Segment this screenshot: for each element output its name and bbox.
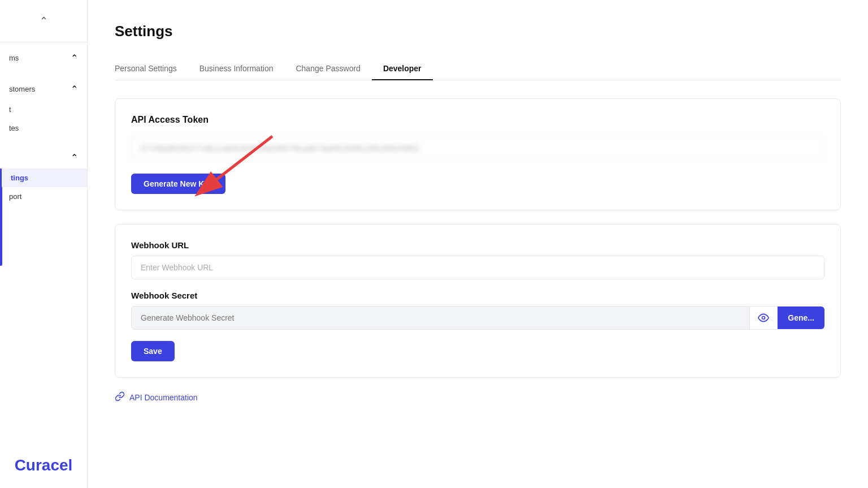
chain-link-icon xyxy=(115,391,125,401)
link-icon xyxy=(115,391,125,404)
sidebar-section-ms: ms ⌃ xyxy=(0,42,87,74)
tab-change-password[interactable]: Change Password xyxy=(284,58,371,80)
eye-icon xyxy=(758,312,769,323)
chevron-icon-settings: ⌃ xyxy=(71,152,78,163)
sidebar-section-settings: ⌃ tings port xyxy=(0,142,87,210)
sidebar-item-t[interactable]: t xyxy=(0,100,87,119)
sidebar-group-label-stomers: stomers xyxy=(9,85,35,93)
webhook-secret-input[interactable] xyxy=(131,306,750,330)
sidebar-brand: Curacel xyxy=(0,456,87,474)
svg-point-2 xyxy=(762,317,765,319)
api-token-input[interactable] xyxy=(131,136,824,160)
tab-business-information[interactable]: Business Information xyxy=(188,58,285,80)
api-token-title: API Access Token xyxy=(131,115,824,125)
api-token-card: API Access Token Generate New Key xyxy=(115,98,841,210)
tab-developer[interactable]: Developer xyxy=(372,58,433,80)
sidebar: ⌃ ms ⌃ stomers ⌃ t tes ⌃ tings port xyxy=(0,0,88,488)
api-docs-label: API Documentation xyxy=(129,393,198,402)
sidebar-item-label-port: port xyxy=(9,192,21,201)
chevron-icon-stomers: ⌃ xyxy=(71,84,78,94)
collapse-icon[interactable]: ⌃ xyxy=(40,15,48,27)
webhook-url-input[interactable] xyxy=(131,256,824,279)
sidebar-item-label-tes: tes xyxy=(9,124,19,132)
sidebar-active-bar xyxy=(0,187,2,266)
sidebar-group-stomers[interactable]: stomers ⌃ xyxy=(0,78,87,100)
generate-webhook-secret-button[interactable]: Gene... xyxy=(778,306,824,329)
sidebar-group-ms[interactable]: ms ⌃ xyxy=(0,47,87,69)
save-button[interactable]: Save xyxy=(131,341,175,361)
settings-tabs: Personal Settings Business Information C… xyxy=(115,58,841,80)
webhook-card: Webhook URL Webhook Secret Gene... Save xyxy=(115,224,841,378)
sidebar-section-stomers: stomers ⌃ t tes xyxy=(0,74,87,142)
sidebar-item-tes[interactable]: tes xyxy=(0,119,87,137)
sidebar-item-label-settings: tings xyxy=(11,174,28,182)
toggle-secret-visibility-button[interactable] xyxy=(750,306,778,330)
main-content: Settings Personal Settings Business Info… xyxy=(88,0,868,488)
api-documentation-link[interactable]: API Documentation xyxy=(115,391,841,404)
webhook-secret-label: Webhook Secret xyxy=(131,291,824,300)
sidebar-item-settings[interactable]: tings xyxy=(0,169,87,187)
tab-personal-settings[interactable]: Personal Settings xyxy=(115,58,188,80)
sidebar-top[interactable]: ⌃ xyxy=(0,0,87,42)
sidebar-group-label-ms: ms xyxy=(9,54,19,62)
brand-logo-text: Curacel xyxy=(15,456,73,474)
webhook-secret-row: Gene... xyxy=(131,306,824,330)
sidebar-group-settings[interactable]: ⌃ xyxy=(0,146,87,169)
page-title: Settings xyxy=(115,23,841,40)
generate-new-key-button[interactable]: Generate New Key xyxy=(131,174,225,194)
webhook-url-label: Webhook URL xyxy=(131,240,824,250)
token-row xyxy=(131,136,824,169)
chevron-icon-ms: ⌃ xyxy=(71,53,78,63)
sidebar-item-label-t: t xyxy=(9,105,11,114)
sidebar-item-port[interactable]: port xyxy=(0,187,87,206)
